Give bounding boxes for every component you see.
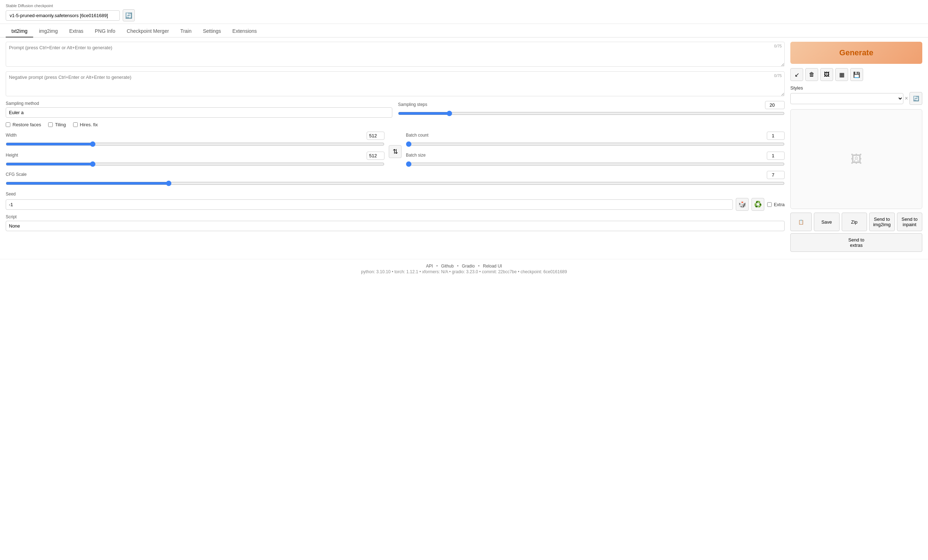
tab-settings[interactable]: Settings <box>197 25 227 37</box>
photo-icon-button[interactable]: 🖼 <box>820 68 833 81</box>
styles-row: × 🔄 <box>790 92 922 105</box>
prompt-input[interactable] <box>6 42 785 67</box>
sampling-steps-slider[interactable] <box>398 111 785 116</box>
sampling-steps-value[interactable] <box>765 101 785 109</box>
width-label: Width <box>6 133 17 138</box>
styles-section: Styles × 🔄 <box>790 85 922 105</box>
zip-button[interactable]: Zip <box>842 212 867 231</box>
footer-dot-1: • <box>436 264 438 269</box>
footer: API • Github • Gradio • Reload UI python… <box>0 259 928 279</box>
tiling-checkbox[interactable]: Tiling <box>48 122 66 127</box>
extra-checkbox[interactable]: Extra <box>767 202 785 207</box>
checkpoint-select[interactable]: v1-5-pruned-emaonly.safetensors [6ce0161… <box>6 10 120 21</box>
footer-links: API • Github • Gradio • Reload UI <box>4 264 924 269</box>
image-canvas: 🖼 <box>790 109 922 209</box>
seed-recycle-button[interactable]: ♻️ <box>751 198 764 211</box>
sampling-steps-group: Sampling steps <box>398 101 785 118</box>
styles-refresh-button[interactable]: 🔄 <box>910 92 922 105</box>
tab-train[interactable]: Train <box>175 25 197 37</box>
api-link[interactable]: API <box>426 264 433 269</box>
tab-txt2img[interactable]: txt2img <box>6 25 33 37</box>
batch-count-value[interactable] <box>767 131 785 140</box>
restore-faces-label: Restore faces <box>12 122 41 127</box>
width-height-group: Width Height <box>6 131 385 168</box>
save-button[interactable]: Save <box>814 212 839 231</box>
batch-size-value[interactable] <box>767 152 785 160</box>
swap-dimensions-button[interactable]: ⇅ <box>389 145 401 158</box>
dimensions-section: Width Height ⇅ <box>6 131 785 168</box>
sampling-steps-label: Sampling steps <box>398 102 427 107</box>
top-bar: Stable Diffusion checkpoint v1-5-pruned-… <box>0 0 928 24</box>
cfg-scale-group: CFG Scale <box>6 171 785 187</box>
send-to-img2img-button[interactable]: Send toimg2img <box>869 212 895 231</box>
main-content: 0/75 0/75 Sampling method Euler a Euler … <box>0 37 928 256</box>
checkboxes-row: Restore faces Tiling Hires. fix <box>6 122 785 127</box>
reload-ui-link[interactable]: Reload UI <box>483 264 502 269</box>
prompt-counter: 0/75 <box>774 44 782 48</box>
send-to-extras-button[interactable]: Send toextras <box>790 233 922 252</box>
seed-dice-button[interactable]: 🎲 <box>736 198 749 211</box>
tab-checkpoint-merger[interactable]: Checkpoint Merger <box>121 25 174 37</box>
cfg-scale-slider[interactable] <box>6 180 785 186</box>
restore-faces-input[interactable] <box>6 122 10 127</box>
negative-prompt-input[interactable] <box>6 71 785 96</box>
grid-icon-button[interactable]: ▦ <box>835 68 848 81</box>
action-buttons: 📋 Save Zip Send toimg2img Send toinpaint… <box>790 212 922 252</box>
restore-faces-checkbox[interactable]: Restore faces <box>6 122 41 127</box>
left-panel: 0/75 0/75 Sampling method Euler a Euler … <box>6 42 785 252</box>
tab-png-info[interactable]: PNG Info <box>89 25 121 37</box>
width-slider[interactable] <box>6 141 385 147</box>
send-to-inpaint-button[interactable]: Send toinpaint <box>897 212 923 231</box>
batch-group: Batch count Batch size <box>406 131 785 168</box>
batch-count-label: Batch count <box>406 133 428 138</box>
script-label: Script <box>6 214 785 219</box>
checkpoint-refresh-button[interactable]: 🔄 <box>123 9 135 21</box>
cfg-scale-value[interactable] <box>767 171 785 179</box>
image-placeholder-icon: 🖼 <box>851 153 862 166</box>
styles-label: Styles <box>790 85 922 91</box>
gradio-link[interactable]: Gradio <box>462 264 475 269</box>
tab-extensions[interactable]: Extensions <box>227 25 263 37</box>
footer-info: python: 3.10.10 • torch: 1.12.1 • xforme… <box>4 269 924 274</box>
height-group: Height <box>6 152 385 168</box>
styles-clear-button[interactable]: × <box>905 95 908 102</box>
generate-button[interactable]: Generate <box>790 42 922 64</box>
save-icon-button[interactable]: 💾 <box>850 68 863 81</box>
footer-dot-3: • <box>478 264 479 269</box>
batch-size-group: Batch size <box>406 152 785 168</box>
github-link[interactable]: Github <box>441 264 454 269</box>
trash-icon-button[interactable]: 🗑 <box>805 68 818 81</box>
footer-dot-2: • <box>457 264 459 269</box>
batch-size-slider[interactable] <box>406 161 785 167</box>
negative-prompt-area: 0/75 <box>6 71 785 98</box>
tiling-input[interactable] <box>48 122 53 127</box>
hires-fix-label: Hires. fix <box>80 122 98 127</box>
script-section: Script None <box>6 214 785 231</box>
sampling-section: Sampling method Euler a Euler LMS Heun D… <box>6 101 785 118</box>
icon-row: ↙ 🗑 🖼 ▦ 💾 <box>790 68 922 81</box>
script-select[interactable]: None <box>6 221 785 231</box>
height-slider[interactable] <box>6 161 385 167</box>
sampling-method-select[interactable]: Euler a Euler LMS Heun DPM2 DDIM PLMS <box>6 107 392 118</box>
tab-img2img[interactable]: img2img <box>33 25 64 37</box>
right-panel: Generate ↙ 🗑 🖼 ▦ 💾 Styles × 🔄 🖼 <box>790 42 922 252</box>
seed-section: Seed 🎲 ♻️ Extra <box>6 192 785 211</box>
hires-fix-checkbox[interactable]: Hires. fix <box>73 122 98 127</box>
width-group: Width <box>6 131 385 148</box>
extra-checkbox-input[interactable] <box>767 202 772 207</box>
cfg-scale-label: CFG Scale <box>6 172 27 177</box>
hires-fix-input[interactable] <box>73 122 78 127</box>
seed-label: Seed <box>6 192 785 197</box>
tabs-bar: txt2img img2img Extras PNG Info Checkpoi… <box>0 25 928 37</box>
tab-extras[interactable]: Extras <box>64 25 89 37</box>
styles-select[interactable] <box>790 93 904 104</box>
width-value[interactable] <box>366 131 385 140</box>
send-to-img2img-icon-button[interactable]: ↙ <box>790 68 803 81</box>
seed-input[interactable] <box>6 199 733 210</box>
batch-count-slider[interactable] <box>406 141 785 147</box>
checkpoint-label: Stable Diffusion checkpoint <box>6 3 922 8</box>
swap-button-container: ⇅ <box>389 131 401 158</box>
batch-count-group: Batch count <box>406 131 785 148</box>
copy-button[interactable]: 📋 <box>790 212 812 231</box>
height-value[interactable] <box>366 152 385 160</box>
